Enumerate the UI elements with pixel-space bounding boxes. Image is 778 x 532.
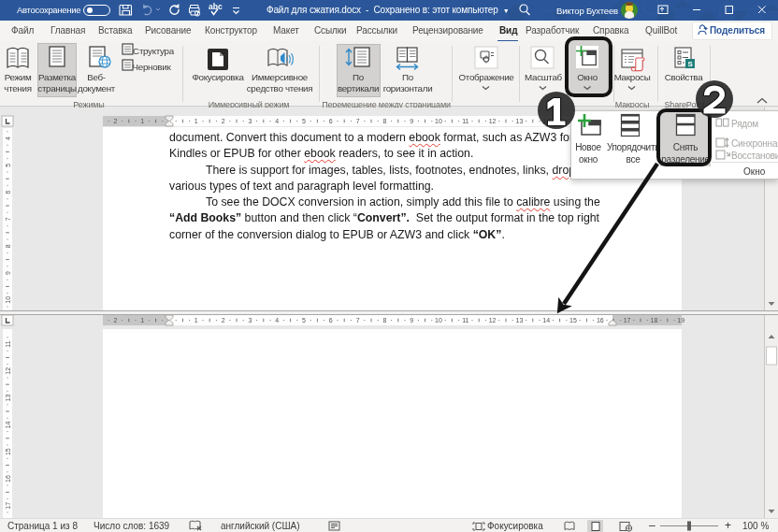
svg-text:11: 11 (462, 118, 468, 124)
svg-text:7: 7 (356, 317, 360, 324)
svg-text:9: 9 (410, 317, 413, 324)
svg-text:1: 1 (194, 317, 198, 324)
svg-text:6: 6 (329, 118, 333, 124)
svg-text:5: 5 (5, 164, 11, 167)
svg-text:12: 12 (5, 367, 11, 375)
svg-text:18: 18 (651, 317, 658, 324)
svg-text:12: 12 (489, 317, 497, 324)
svg-text:11: 11 (5, 340, 11, 347)
svg-text:17: 17 (5, 502, 11, 510)
svg-text:8: 8 (382, 317, 386, 324)
svg-text:6: 6 (329, 317, 333, 324)
svg-text:7: 7 (5, 217, 11, 221)
svg-text:10: 10 (5, 296, 11, 304)
svg-text:14: 14 (542, 118, 550, 124)
svg-text:16: 16 (5, 475, 11, 482)
svg-text:6: 6 (5, 191, 11, 194)
svg-text:14: 14 (5, 421, 11, 428)
svg-text:17: 17 (624, 317, 631, 324)
svg-text:2: 2 (113, 118, 117, 124)
svg-text:1: 1 (140, 317, 144, 324)
svg-text:12: 12 (489, 118, 497, 124)
svg-text:2: 2 (222, 118, 225, 124)
svg-text:1: 1 (194, 118, 198, 124)
svg-text:8: 8 (5, 244, 11, 248)
svg-text:4: 4 (5, 137, 11, 140)
svg-text:11: 11 (462, 317, 468, 324)
svg-text:3: 3 (248, 118, 252, 124)
svg-text:7: 7 (356, 118, 360, 124)
svg-text:15: 15 (5, 448, 11, 455)
svg-text:13: 13 (516, 118, 524, 124)
svg-text:1: 1 (140, 118, 144, 124)
svg-text:14: 14 (542, 317, 550, 324)
svg-text:9: 9 (410, 118, 413, 124)
svg-text:2: 2 (222, 317, 225, 324)
svg-text:8: 8 (382, 118, 386, 124)
svg-text:4: 4 (275, 118, 279, 124)
svg-text:10: 10 (435, 317, 442, 324)
svg-text:16: 16 (597, 317, 604, 324)
svg-text:4: 4 (275, 317, 279, 324)
svg-text:5: 5 (302, 317, 306, 324)
svg-text:10: 10 (435, 118, 442, 124)
svg-text:3: 3 (248, 317, 252, 324)
svg-text:13: 13 (5, 395, 11, 402)
svg-text:9: 9 (5, 271, 11, 275)
svg-text:19: 19 (677, 317, 684, 324)
svg-text:5: 5 (302, 118, 306, 124)
svg-text:15: 15 (569, 317, 577, 324)
svg-text:13: 13 (516, 317, 524, 324)
svg-text:2: 2 (113, 317, 117, 324)
